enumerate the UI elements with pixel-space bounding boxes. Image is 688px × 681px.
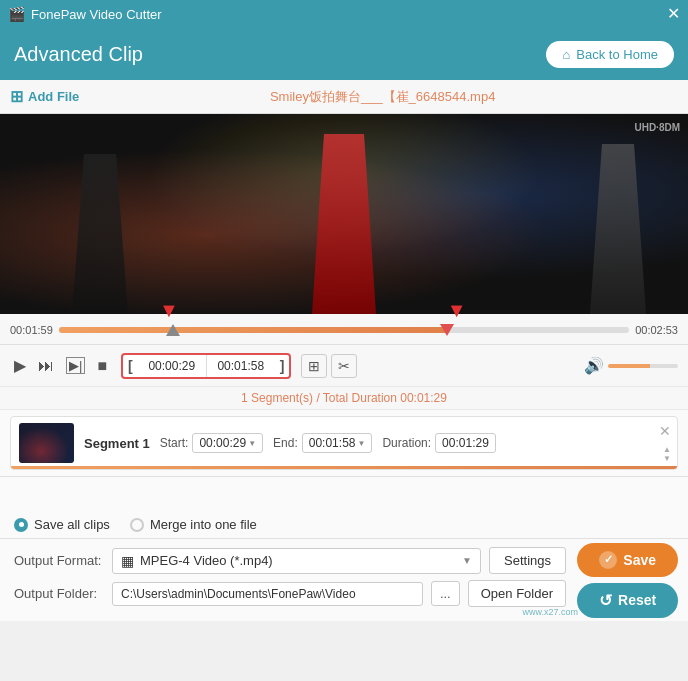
stop-icon: ■	[97, 357, 107, 375]
reset-icon: ↺	[599, 591, 612, 610]
save-button[interactable]: ✓ Save	[577, 543, 678, 577]
video-watermark: UHD·8DM	[634, 122, 680, 133]
volume-slider[interactable]	[608, 364, 678, 368]
segment-info-text: 1 Segment(s) / Total Duration 00:01:29	[241, 391, 447, 405]
figure-center	[304, 134, 384, 314]
segment-end-label: End:	[273, 436, 298, 450]
format-value: MPEG-4 Video (*.mp4)	[140, 553, 273, 568]
play-button[interactable]: ▶	[10, 354, 30, 377]
app-icon: 🎬	[8, 6, 25, 22]
clip-start-input[interactable]	[138, 356, 206, 376]
segment-duration-field: Duration: 00:01:29	[382, 433, 495, 453]
folder-path-text: C:\Users\admin\Documents\FonePaw\Video	[121, 587, 356, 601]
settings-button[interactable]: Settings	[489, 547, 566, 574]
close-button[interactable]: ✕	[667, 6, 680, 22]
arrow-left-icon: ▼	[159, 299, 179, 322]
back-to-home-button[interactable]: ⌂ Back to Home	[546, 41, 674, 68]
add-file-button[interactable]: ⊞ Add File	[10, 87, 79, 106]
segment-duration-value: 00:01:29	[435, 433, 496, 453]
segment-end-arrow: ▼	[357, 439, 365, 448]
save-check-icon: ✓	[599, 551, 617, 569]
format-select[interactable]: ▦ MPEG-4 Video (*.mp4) ▼	[112, 548, 481, 574]
clip-time-group: [ ]	[121, 353, 291, 379]
video-player: UHD·8DM	[0, 114, 688, 314]
segment-start-arrow: ▼	[248, 439, 256, 448]
save-all-clips-label: Save all clips	[34, 517, 110, 532]
segment-start-input[interactable]: 00:00:29 ▼	[192, 433, 263, 453]
bracket-open: [	[123, 355, 138, 377]
segment-close-button[interactable]: ✕	[659, 423, 671, 439]
back-to-home-label: Back to Home	[576, 47, 658, 62]
file-name: Smiley饭拍舞台___【崔_6648544.mp4	[87, 88, 678, 106]
segment-list-area: Segment 1 Start: 00:00:29 ▼ End: 00:01:5…	[0, 410, 688, 477]
bracket-close: ]	[275, 355, 290, 377]
add-file-icon: ⊞	[10, 87, 23, 106]
toolbar: ⊞ Add File Smiley饭拍舞台___【崔_6648544.mp4	[0, 80, 688, 114]
options-area: Save all clips Merge into one file	[0, 507, 688, 539]
watermark: www.x27.com	[522, 607, 578, 617]
timeline-track[interactable]: ▼ ▼	[59, 327, 629, 333]
home-icon: ⌂	[562, 47, 570, 62]
reset-label: Reset	[618, 592, 656, 608]
video-scene: UHD·8DM	[0, 114, 688, 314]
play-icon: ▶	[14, 356, 26, 375]
spacer	[0, 477, 688, 507]
segment-arrow-up[interactable]: ▲	[663, 446, 671, 454]
folder-dots-button[interactable]: ...	[431, 581, 460, 606]
page-title: Advanced Clip	[14, 43, 143, 66]
frame-button[interactable]: ▶|	[62, 355, 89, 376]
crop-button[interactable]: ⊞	[301, 354, 327, 378]
options-row: Save all clips Merge into one file	[14, 517, 674, 532]
time-start: 00:01:59	[10, 324, 53, 336]
folder-label: Output Folder:	[14, 586, 104, 601]
clip-end-input[interactable]	[207, 356, 275, 376]
frame-icon: ▶|	[66, 357, 85, 374]
save-all-clips-radio[interactable]	[14, 518, 28, 532]
title-bar-left: 🎬 FonePaw Video Cutter	[8, 6, 162, 22]
segment-duration-text: 00:01:29	[442, 436, 489, 450]
app-title: FonePaw Video Cutter	[31, 7, 162, 22]
merge-into-one-label: Merge into one file	[150, 517, 257, 532]
segment-start-value: 00:00:29	[199, 436, 246, 450]
timeline-thumb-right[interactable]	[440, 324, 454, 336]
merge-into-one-radio[interactable]	[130, 518, 144, 532]
title-bar: 🎬 FonePaw Video Cutter ✕	[0, 0, 688, 28]
stop-button[interactable]: ■	[93, 355, 111, 377]
timeline-bar-container: 00:01:59 ▼ ▼ 00:02:53	[10, 320, 678, 340]
figure-left	[60, 154, 140, 314]
format-icon: ▦	[121, 553, 134, 569]
volume-icon: 🔊	[584, 356, 604, 375]
step-forward-icon: ⏭	[38, 357, 54, 375]
segment-progress-fill	[11, 466, 677, 469]
segment-progress-bar	[11, 466, 677, 469]
time-end: 00:02:53	[635, 324, 678, 336]
save-all-clips-option[interactable]: Save all clips	[14, 517, 110, 532]
open-folder-button[interactable]: Open Folder	[468, 580, 566, 607]
segment-end-field: End: 00:01:58 ▼	[273, 433, 372, 453]
save-icon: ✓	[604, 553, 613, 566]
merge-into-one-option[interactable]: Merge into one file	[130, 517, 257, 532]
add-file-label: Add File	[28, 89, 79, 104]
volume-section: 🔊	[584, 356, 678, 375]
segment-end-value: 00:01:58	[309, 436, 356, 450]
segment-thumbnail	[19, 423, 74, 463]
segment-arrow-down[interactable]: ▼	[663, 455, 671, 463]
segment-start-label: Start:	[160, 436, 189, 450]
timeline-area: 00:01:59 ▼ ▼ 00:02:53	[0, 314, 688, 345]
timeline-progress	[59, 327, 447, 333]
segment-start-field: Start: 00:00:29 ▼	[160, 433, 263, 453]
scissors-button[interactable]: ✂	[331, 354, 357, 378]
figure-right	[578, 144, 658, 314]
header: Advanced Clip ⌂ Back to Home	[0, 28, 688, 80]
timeline-thumb-left[interactable]	[166, 324, 180, 336]
controls-row: ▶ ⏭ ▶| ■ [ ] ⊞ ✂ 🔊	[0, 345, 688, 387]
scissors-icon: ✂	[338, 358, 350, 374]
arrow-right-icon: ▼	[447, 299, 467, 322]
crop-icon: ⊞	[308, 358, 320, 374]
bottom-section: Output Format: ▦ MPEG-4 Video (*.mp4) ▼ …	[0, 539, 688, 621]
step-forward-button[interactable]: ⏭	[34, 355, 58, 377]
segment-row: Segment 1 Start: 00:00:29 ▼ End: 00:01:5…	[10, 416, 678, 470]
segment-end-input[interactable]: 00:01:58 ▼	[302, 433, 373, 453]
segment-duration-label: Duration:	[382, 436, 431, 450]
reset-button[interactable]: ↺ Reset	[577, 583, 678, 618]
